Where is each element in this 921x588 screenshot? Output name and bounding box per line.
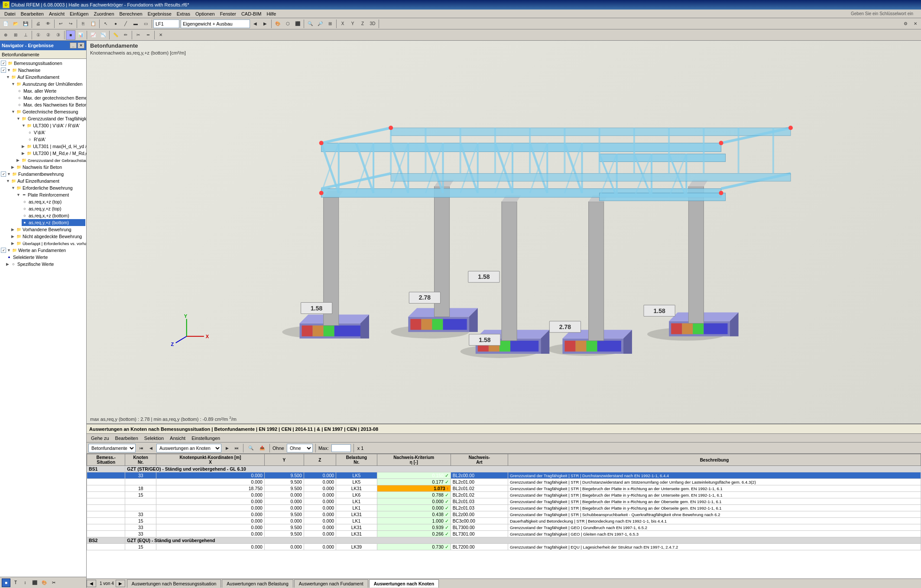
- results-table-content[interactable]: Bemess.-Situation KnotenNr. Knotenpunkt-…: [87, 454, 921, 578]
- nav-ult301[interactable]: ▶ 📁 ULT301 | max(H_d, H_yd / R_d: [22, 143, 85, 150]
- table-dropdown-view[interactable]: Auswertungen an Knoten: [156, 444, 221, 452]
- view-y-btn[interactable]: Y: [348, 19, 357, 29]
- nav-plate-reinf[interactable]: ▼ ━ Plate Reinforcement: [16, 191, 85, 198]
- close-view-btn[interactable]: ✕: [911, 19, 920, 29]
- menu-hilfe[interactable]: Hilfe: [264, 10, 279, 17]
- cut-plane-btn[interactable]: ✂: [133, 30, 143, 40]
- nav-active-tab[interactable]: Betonfundamente: [0, 50, 86, 59]
- color-scale-btn[interactable]: ■: [66, 30, 75, 40]
- nav-werte-fund[interactable]: ✓ ▼ 📁 Werte an Fundamenten: [1, 247, 85, 254]
- table-row[interactable]: 0.000 9.500 0.000 LK5 0.177 ✓ BL2c01.00 …: [87, 479, 921, 485]
- lf-combo[interactable]: LF1: [153, 19, 179, 28]
- member-btn[interactable]: ▬: [131, 19, 140, 29]
- nav-bemessungssituationen[interactable]: ✓ 📁 Bemessungssituationen: [1, 60, 85, 67]
- tmenu-ansicht[interactable]: Ansicht: [167, 435, 188, 442]
- nav-as-req-y-bot[interactable]: ● as,req,y,+z (bottom): [22, 219, 85, 226]
- snap-btn[interactable]: ⊕: [1, 30, 10, 40]
- render-btn[interactable]: 🎨: [273, 19, 282, 29]
- table-export-btn[interactable]: 📤: [257, 443, 267, 453]
- annotate-btn[interactable]: ✏: [121, 30, 130, 40]
- solid-btn[interactable]: ⬛: [293, 19, 302, 29]
- close-result-btn[interactable]: ✕: [156, 30, 165, 40]
- nav-einzelfundament[interactable]: ▼ 📁 Auf Einzelfundament: [6, 74, 85, 81]
- preview-btn[interactable]: 👁: [43, 19, 53, 29]
- open-btn[interactable]: 📂: [11, 19, 20, 29]
- node-btn[interactable]: ●: [111, 19, 120, 29]
- nav-close-btn[interactable]: ✕: [78, 42, 84, 48]
- max-value-input[interactable]: 1.073: [331, 444, 351, 452]
- menu-datei[interactable]: Datei: [2, 10, 18, 17]
- tab-fundament[interactable]: Auswertungen nach Fundament: [294, 579, 368, 588]
- tab-nav-prev[interactable]: ◀: [87, 580, 96, 587]
- nav-vorh-bew[interactable]: ▶ 📁 Vorhandene Bewehrung: [11, 226, 85, 233]
- nav-fundamente-btn[interactable]: ⬛: [30, 578, 39, 587]
- nav-selek-werte[interactable]: ● Selektierte Werte: [6, 254, 85, 261]
- table-nav-first[interactable]: ⏮: [137, 444, 145, 452]
- result-view-btn2[interactable]: 📉: [98, 30, 108, 40]
- nav-max-all[interactable]: ○ Max. aller Werte: [16, 87, 85, 94]
- result-view-btn1[interactable]: 📈: [88, 30, 98, 40]
- nav-as-req-x-top[interactable]: ○ as,req,x,+z (top): [22, 198, 85, 205]
- wireframe-btn[interactable]: ⬡: [283, 19, 292, 29]
- nav-rda[interactable]: ○ R'd/A': [27, 136, 85, 143]
- nav-check-bemessung[interactable]: ✓: [1, 61, 6, 66]
- fit-btn[interactable]: ⊞: [325, 19, 335, 29]
- new-btn[interactable]: 📄: [1, 19, 10, 29]
- member-num-btn[interactable]: ②: [43, 30, 53, 40]
- nav-grenzz-trag[interactable]: ▼ 📁 Grenzzustand der Tragfähigkeit: [16, 115, 85, 122]
- table-row[interactable]: 18 18.750 9.500 0.000 LK31 1.073 ↑ BL2c0…: [87, 485, 921, 492]
- zoom-in-btn[interactable]: 🔍: [305, 19, 315, 29]
- table-dropdown-module[interactable]: Betonfundamente: [88, 444, 136, 452]
- print-btn[interactable]: 🖨: [33, 19, 43, 29]
- save-btn[interactable]: 💾: [21, 19, 30, 29]
- tmenu-gehe-zu[interactable]: Gehe zu: [88, 435, 112, 442]
- ortho-btn[interactable]: ⊥: [21, 30, 30, 40]
- select-btn[interactable]: ↖: [101, 19, 110, 29]
- menu-bearbeiten[interactable]: Bearbeiten: [18, 10, 46, 17]
- nav-as-req-y-top[interactable]: ○ as,req,y,+z (top): [22, 205, 85, 212]
- nav-fundamentbew[interactable]: ✓ ▼ 📁 Fundamentbewehrung: [1, 171, 85, 178]
- tab-bemessungssituation[interactable]: Auswertungen nach Bemessungssituation: [127, 579, 221, 588]
- nav-minimize-btn[interactable]: _: [70, 42, 77, 48]
- nav-ueberlappt[interactable]: ▶ 📁 Überlappt | Erforderliches vs. vorha…: [11, 240, 85, 247]
- table-row[interactable]: 0.000 0.000 0.000 LK1 0.000 ✓ BL2c01.03 …: [87, 505, 921, 511]
- settings-btn[interactable]: ⚙: [901, 19, 910, 29]
- nav-geotechnik[interactable]: ▼ 📁 Geotechnische Bemessung: [11, 108, 85, 115]
- load-next[interactable]: ▶: [260, 19, 270, 29]
- view-3d-btn[interactable]: 3D: [368, 19, 377, 29]
- table-row[interactable]: 15 0.000 0.000 0.000 LK6 0.788 ✓ BL2c01.…: [87, 492, 921, 498]
- tab-belastung[interactable]: Auswertungen nach Belastung: [222, 579, 293, 588]
- nav-check-nachweise[interactable]: ✓: [1, 68, 6, 73]
- zoom-out-btn[interactable]: 🔎: [315, 19, 325, 29]
- undo-btn[interactable]: ↩: [56, 19, 65, 29]
- menu-berechnen[interactable]: Berechnen: [117, 10, 145, 17]
- nav-nicht-abg[interactable]: ▶ 📁 Nicht abgedeckte Bewehrung: [11, 233, 85, 240]
- tab-knoten[interactable]: Auswertungen nach Knoten: [369, 579, 439, 588]
- nav-max-geo[interactable]: ○ Max. der geotechnischen Bemessung: [16, 94, 85, 101]
- grid-btn[interactable]: ⊞: [11, 30, 20, 40]
- copy-btn[interactable]: ⎘: [78, 19, 88, 29]
- nav-auf-einzelf[interactable]: ▼ 📁 Auf Einzelfundament: [6, 178, 85, 184]
- tmenu-einstellungen[interactable]: Einstellungen: [189, 435, 223, 442]
- nav-maxmin-btn[interactable]: ↕: [21, 578, 29, 587]
- nav-vda[interactable]: ○ V'd/A': [27, 129, 85, 136]
- view-z-btn[interactable]: Z: [358, 19, 367, 29]
- table-row[interactable]: 0.000 0.000 0.000 LK1 0.000 ✓ BL2c01.03 …: [87, 498, 921, 505]
- tab-nav-next[interactable]: ▶: [116, 580, 125, 587]
- table-nav-prev[interactable]: ◀: [147, 444, 155, 452]
- tmenu-bearbeiten[interactable]: Bearbeiten: [113, 435, 141, 442]
- table-ohne-select[interactable]: Ohne: [287, 444, 313, 452]
- nav-ergebniswerte-btn[interactable]: ■: [2, 578, 10, 587]
- nav-as-req-x-bot[interactable]: ○ as,req,x,+z (bottom): [22, 212, 85, 219]
- section-btn[interactable]: ━: [143, 30, 153, 40]
- line-btn[interactable]: ╱: [121, 19, 130, 29]
- measure-btn[interactable]: 📏: [111, 30, 120, 40]
- view-x-btn[interactable]: X: [338, 19, 347, 29]
- nav-ult300[interactable]: ▼ 📁 ULT300 | V'd/A' / R'd/A': [22, 122, 85, 129]
- redo-btn[interactable]: ↪: [66, 19, 75, 29]
- table-row[interactable]: 15 0.000 0.000 0.000 LK1 1.000 ✓ BC3c00.…: [87, 518, 921, 524]
- menu-einfuegen[interactable]: Einfügen: [67, 10, 91, 17]
- nav-erf-bew[interactable]: ▼ 📁 Erforderliche Bewehrung: [11, 184, 85, 191]
- load-combo[interactable]: Eigengewicht + Ausbau: [181, 19, 250, 28]
- nav-spez-werte[interactable]: ▶ ○ Spezifische Werte: [6, 261, 85, 268]
